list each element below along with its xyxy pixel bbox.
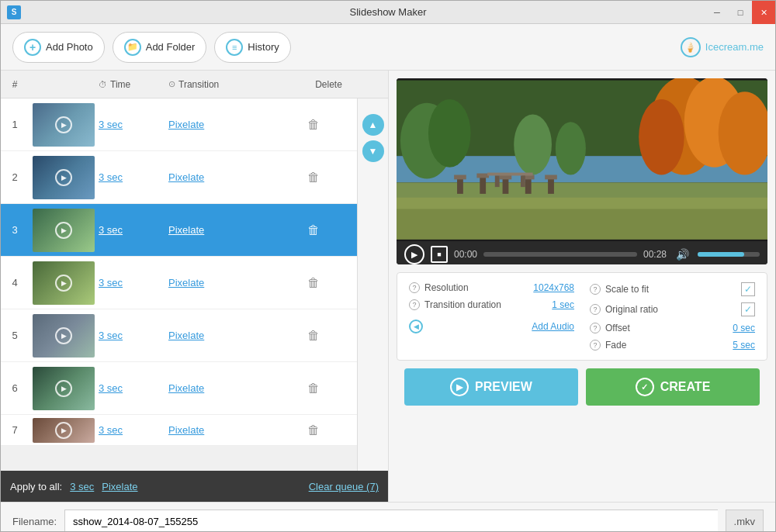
slide-time: 3 sec <box>99 330 168 341</box>
stop-button[interactable]: ■ <box>431 246 448 263</box>
transition-link[interactable]: Pixelate <box>168 224 204 236</box>
transition-link[interactable]: Pixelate <box>168 277 204 288</box>
apply-bar: Apply to all: 3 sec Pixelate Clear queue… <box>1 471 388 502</box>
offset-row: ? Offset 0 sec <box>590 323 755 333</box>
icecream-button[interactable]: 🍦 Icecream.me <box>681 37 764 57</box>
original-ratio-checkbox[interactable]: ✓ <box>741 302 755 316</box>
main-content: # ⏱ Time ⊙ Transition Delete 1 ▶ <box>1 71 775 502</box>
slide-num: 3 <box>1 224 29 236</box>
close-button[interactable]: ✕ <box>752 1 775 24</box>
slide-time: 3 sec <box>99 171 168 183</box>
add-audio-row: ◀ Add Audio <box>409 320 574 333</box>
slide-num: 5 <box>1 330 29 341</box>
mute-button[interactable]: 🔊 <box>673 245 691 264</box>
slide-row[interactable]: 5 ▶ 3 sec Pixelate 🗑 <box>1 309 357 362</box>
slide-time: 3 sec <box>99 277 168 288</box>
move-down-button[interactable]: ▼ <box>362 140 384 162</box>
col-header-delete: Delete <box>269 79 388 90</box>
apply-transition-link[interactable]: Pixelate <box>102 481 137 492</box>
svg-point-11 <box>556 122 586 174</box>
transition-link[interactable]: Pixelate <box>168 424 204 436</box>
history-button[interactable]: ≡ History <box>214 32 290 63</box>
slide-time: 3 sec <box>99 424 168 436</box>
original-ratio-row: ? Original ratio ✓ <box>590 302 755 316</box>
maximize-button[interactable]: □ <box>729 1 752 24</box>
slide-time: 3 sec <box>99 224 168 236</box>
slide-table-header: # ⏱ Time ⊙ Transition Delete <box>1 71 388 98</box>
time-link[interactable]: 3 sec <box>99 119 123 130</box>
settings-panel: ? Resolution 1024x768 ? Transition durat… <box>397 272 767 361</box>
time-end: 00:28 <box>643 249 667 260</box>
add-photo-button[interactable]: + Add Photo <box>12 32 105 63</box>
volume-bar[interactable] <box>698 252 760 257</box>
scale-to-fit-checkbox[interactable]: ✓ <box>741 282 755 296</box>
thumb-play-icon: ▶ <box>55 169 72 186</box>
fade-value[interactable]: 5 sec <box>733 340 755 351</box>
col-header-time: ⏱ Time <box>99 79 168 90</box>
slide-list: 1 ▶ 3 sec Pixelate 🗑 2 <box>1 98 357 471</box>
filename-extension: .mkv <box>726 510 764 533</box>
time-link[interactable]: 3 sec <box>99 424 123 436</box>
slide-row[interactable]: 4 ▶ 3 sec Pixelate 🗑 <box>1 257 357 309</box>
offset-value[interactable]: 0 sec <box>733 323 755 333</box>
transition-link[interactable]: Pixelate <box>168 382 204 394</box>
minimize-button[interactable]: ─ <box>705 1 729 24</box>
create-button[interactable]: ✓ CREATE <box>586 368 760 406</box>
clear-queue-link[interactable]: Clear queue (7) <box>309 481 379 492</box>
slide-delete: 🗑 <box>269 223 357 237</box>
offset-info-icon[interactable]: ? <box>590 323 601 333</box>
add-audio-link[interactable]: Add Audio <box>532 321 574 332</box>
transition-link[interactable]: Pixelate <box>168 171 204 183</box>
transition-header-icon: ⊙ <box>168 79 175 89</box>
resolution-info-icon[interactable]: ? <box>409 282 420 293</box>
scale-to-fit-info-icon[interactable]: ? <box>590 284 601 295</box>
add-folder-button[interactable]: 📁 Add Folder <box>113 32 207 63</box>
transition-link[interactable]: Pixelate <box>168 330 204 341</box>
fade-info-icon[interactable]: ? <box>590 340 601 351</box>
move-up-button[interactable]: ▲ <box>362 114 384 136</box>
delete-button[interactable]: 🗑 <box>301 115 326 134</box>
svg-rect-18 <box>525 178 532 194</box>
add-photo-icon: + <box>24 39 41 56</box>
time-link[interactable]: 3 sec <box>99 277 123 288</box>
play-button[interactable]: ▶ <box>404 244 424 264</box>
action-buttons: ▶ PREVIEW ✓ CREATE <box>397 368 767 406</box>
slide-time: 3 sec <box>99 119 168 130</box>
slide-row[interactable]: 3 ▶ 3 sec Pixelate 🗑 <box>1 204 357 257</box>
slide-transition: Pixelate <box>168 119 269 130</box>
svg-rect-14 <box>480 177 486 193</box>
fade-label: Fade <box>605 340 626 351</box>
slide-row[interactable]: 7 ▶ 3 sec Pixelate 🗑 <box>1 415 357 446</box>
slide-delete: 🗑 <box>269 382 357 396</box>
transition-duration-value[interactable]: 1 sec <box>552 299 574 310</box>
time-link[interactable]: 3 sec <box>99 224 123 236</box>
time-link[interactable]: 3 sec <box>99 382 123 394</box>
preview-button[interactable]: ▶ PREVIEW <box>404 368 578 406</box>
filename-input[interactable] <box>64 510 717 533</box>
slide-row[interactable]: 2 ▶ 3 sec Pixelate 🗑 <box>1 151 357 204</box>
thumb-play-icon: ▶ <box>55 222 72 239</box>
slide-delete: 🗑 <box>269 423 357 437</box>
delete-button[interactable]: 🗑 <box>301 220 326 240</box>
transition-duration-info-icon[interactable]: ? <box>409 299 420 310</box>
apply-time-link[interactable]: 3 sec <box>70 481 94 492</box>
toolbar: + Add Photo 📁 Add Folder ≡ History 🍦 Ice… <box>1 24 775 71</box>
original-ratio-info-icon[interactable]: ? <box>590 304 601 315</box>
time-link[interactable]: 3 sec <box>99 330 123 341</box>
delete-button[interactable]: 🗑 <box>301 168 326 187</box>
delete-button[interactable]: 🗑 <box>301 326 326 345</box>
resolution-value[interactable]: 1024x768 <box>533 282 574 293</box>
slide-thumbnail: ▶ <box>33 209 95 252</box>
transition-link[interactable]: Pixelate <box>168 119 204 130</box>
svg-rect-13 <box>454 175 466 180</box>
slide-row[interactable]: 1 ▶ 3 sec Pixelate 🗑 <box>1 98 357 151</box>
delete-button[interactable]: 🗑 <box>301 273 326 292</box>
time-link[interactable]: 3 sec <box>99 171 123 183</box>
progress-bar[interactable] <box>483 252 637 257</box>
resolution-row: ? Resolution 1024x768 <box>409 282 574 293</box>
delete-button[interactable]: 🗑 <box>301 420 326 440</box>
slide-row[interactable]: 6 ▶ 3 sec Pixelate 🗑 <box>1 362 357 415</box>
icecream-label: Icecream.me <box>705 41 764 53</box>
slide-thumbnail: ▶ <box>33 103 95 147</box>
delete-button[interactable]: 🗑 <box>301 378 326 398</box>
